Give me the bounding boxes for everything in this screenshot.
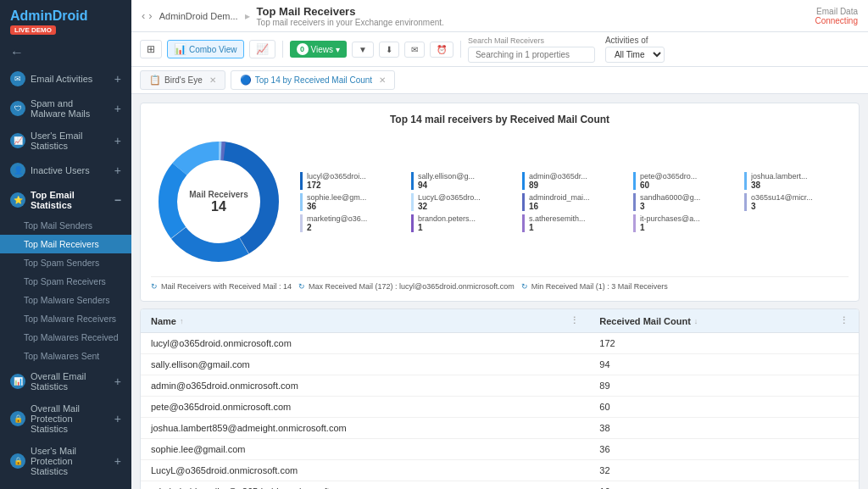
expand-icon-user-stats: + xyxy=(114,134,121,147)
sidebar-item-top-malware-senders[interactable]: Top Malware Senders xyxy=(0,291,131,309)
expand-mail-prot: + xyxy=(114,412,121,425)
table-row: pete@o365droid.onmicrosoft.com60 xyxy=(141,397,859,418)
donut-center-title: Mail Receivers xyxy=(189,190,248,199)
legend-name: marketing@o36... xyxy=(307,214,383,223)
legend-name: LucyL@o365dro... xyxy=(418,193,494,202)
cell-count: 89 xyxy=(589,375,859,397)
filter-icon: ▼ xyxy=(359,45,367,54)
nav-back[interactable]: ‹ xyxy=(142,9,145,22)
sidebar-item-top-mail-senders[interactable]: Top Mail Senders xyxy=(0,216,131,235)
breadcrumb[interactable]: AdminDroid Dem... xyxy=(159,11,238,21)
views-button[interactable]: 0 Views ▾ xyxy=(290,41,348,58)
sidebar-item-inactive-users[interactable]: 👤 Inactive Users + xyxy=(0,157,131,184)
stat-label: Min Received Mail (1) : 3 Mail Receivers xyxy=(531,282,668,291)
sidebar-item-user-stats[interactable]: 📈 User's Email Statistics + xyxy=(0,125,131,157)
content-area: Top 14 mail receivers by Received Mail C… xyxy=(131,94,868,489)
download-button[interactable]: ⬇ xyxy=(379,42,399,58)
logo-droid: Droid xyxy=(53,8,88,23)
legend-name: joshua.lambert... xyxy=(751,172,827,181)
donut-chart: Mail Receivers 14 xyxy=(151,134,287,270)
chart-icon: 📈 xyxy=(256,43,269,55)
col-received-sort[interactable]: ↓ xyxy=(694,317,698,325)
legend-item: admin@o365dr...89 xyxy=(522,172,626,190)
chart-button[interactable]: 📈 xyxy=(249,40,275,58)
legend-name: sally.ellison@g... xyxy=(418,172,494,181)
sidebar-label-spam: Spam and Malware Mails xyxy=(31,98,109,119)
page-subtitle: Top mail receivers in your Exchange envi… xyxy=(257,18,809,27)
legend-item: sally.ellison@g...94 xyxy=(411,172,515,190)
sidebar-item-top-email-stats[interactable]: ⭐ Top Email Statistics − xyxy=(0,184,131,216)
mail-button[interactable]: ✉ xyxy=(404,42,425,58)
sidebar-item-user-mail-prot[interactable]: 🔒 User's Mail Protection Statistics + xyxy=(0,440,131,482)
sidebar-item-email-activities[interactable]: ✉ Email Activities + xyxy=(0,65,131,92)
table-row: sophie.lee@gmail.com36 xyxy=(141,439,859,460)
sidebar-back-button[interactable]: ← xyxy=(0,40,131,65)
mail-prot-icon: 🔒 xyxy=(10,411,25,426)
search-input[interactable] xyxy=(468,47,595,63)
sidebar-item-transport[interactable]: 📋 Transport Rule based Statistics + xyxy=(0,482,131,489)
donut-label: Mail Receivers 14 xyxy=(189,190,248,214)
legend-item: LucyL@o365dro...32 xyxy=(411,193,515,211)
sidebar-item-top-spam-receivers[interactable]: Top Spam Receivers xyxy=(0,272,131,291)
expand-overall: + xyxy=(114,375,121,388)
cell-name: pete@o365droid.onmicrosoft.com xyxy=(141,397,589,418)
sidebar-item-spam[interactable]: 🛡 Spam and Malware Mails + xyxy=(0,92,131,125)
cell-count: 32 xyxy=(589,460,859,481)
cell-name: joshua.lambert859@admeight.onmicrosoft.c… xyxy=(141,418,589,439)
legend-item: pete@o365dro...60 xyxy=(633,172,737,190)
sidebar-item-mail-protection[interactable]: 🔒 Overall Mail Protection Statistics + xyxy=(0,397,131,440)
legend-item: admindroid_mai...16 xyxy=(522,193,626,211)
inactive-users-icon: 👤 xyxy=(10,163,25,178)
col-received-menu[interactable]: ⋮ xyxy=(839,315,849,326)
legend-item: joshua.lambert...38 xyxy=(744,172,849,190)
combo-view-button[interactable]: 📊 Combo View xyxy=(167,40,244,58)
col-name-menu[interactable]: ⋮ xyxy=(570,315,579,326)
legend-value: 3 xyxy=(640,202,737,211)
chart-title: Top 14 mail receivers by Received Mail C… xyxy=(151,114,849,125)
legend-value: 60 xyxy=(640,181,737,190)
tab-birds-eye-close[interactable]: ✕ xyxy=(209,75,216,85)
sidebar: AdminDroid LIVE DEMO ← ✉ Email Activitie… xyxy=(0,0,131,489)
cell-name: sally.ellison@gmail.com xyxy=(141,354,589,375)
tab-birds-eye[interactable]: 📋 Bird's Eye ✕ xyxy=(140,70,225,90)
legend-value: 1 xyxy=(640,223,737,232)
activities-select[interactable]: All Time xyxy=(605,47,665,63)
logo-text: AdminDroid xyxy=(10,8,88,24)
tab-birds-eye-label: Bird's Eye xyxy=(164,75,203,85)
logo-admin: Admin xyxy=(10,8,53,23)
expand-icon: + xyxy=(114,72,121,86)
toolbar: ⊞ 📊 Combo View 📈 0 Views ▾ ▼ ⬇ ✉ ⏰ Searc… xyxy=(131,32,868,67)
sidebar-item-overall-email[interactable]: 📊 Overall Email Statistics + xyxy=(0,365,131,397)
export-icon-button[interactable]: ⊞ xyxy=(140,40,162,58)
table-row: admindroid_mailer@o365droid.onmicrosoft.… xyxy=(141,481,859,490)
legend-item: brandon.peters...1 xyxy=(411,214,515,232)
logo-block: AdminDroid LIVE DEMO xyxy=(0,0,131,40)
download-icon: ⬇ xyxy=(386,45,392,54)
cell-name: admindroid_mailer@o365droid.onmicrosoft.… xyxy=(141,481,589,490)
sidebar-item-top-malwares-sent[interactable]: Top Malwares Sent xyxy=(0,347,131,365)
col-received: Received Mail Count ↓ ⋮ xyxy=(589,309,859,333)
schedule-button[interactable]: ⏰ xyxy=(430,42,453,58)
sidebar-item-top-malwares-received[interactable]: Top Malwares Received xyxy=(0,328,131,347)
legend-value: 16 xyxy=(529,202,626,211)
tab-top14[interactable]: 🔵 Top 14 by Received Mail Count ✕ xyxy=(231,70,395,90)
table-header-row: Name ↑ ⋮ Received Mail Count ↓ ⋮ xyxy=(141,309,859,333)
sidebar-item-top-mail-receivers[interactable]: Top Mail Receivers xyxy=(0,235,131,253)
legend-name: sophie.lee@gm... xyxy=(307,193,383,202)
sidebar-item-top-malware-receivers[interactable]: Top Malware Receivers xyxy=(0,309,131,328)
stat-icon: ↻ xyxy=(151,282,158,291)
col-name-sort[interactable]: ↑ xyxy=(180,317,184,325)
legend-value: 172 xyxy=(307,181,404,190)
nav-forward[interactable]: › xyxy=(148,9,152,22)
topbar: ‹ › AdminDroid Dem... ▸ Top Mail Receive… xyxy=(131,0,868,32)
stat-label: Max Received Mail (172) : lucyl@o365droi… xyxy=(309,282,515,291)
legend-value: 2 xyxy=(307,223,404,232)
views-chevron: ▾ xyxy=(336,45,340,54)
sidebar-item-top-spam-senders[interactable]: Top Spam Senders xyxy=(0,253,131,272)
legend-name: lucyl@o365droi... xyxy=(307,172,383,181)
sidebar-label-email-activities: Email Activities xyxy=(31,74,92,84)
collapse-icon: − xyxy=(114,193,121,207)
sidebar-label-user-mail-prot: User's Mail Protection Statistics xyxy=(31,446,109,476)
tab-top14-close[interactable]: ✕ xyxy=(379,75,386,85)
filter-button[interactable]: ▼ xyxy=(352,42,374,58)
